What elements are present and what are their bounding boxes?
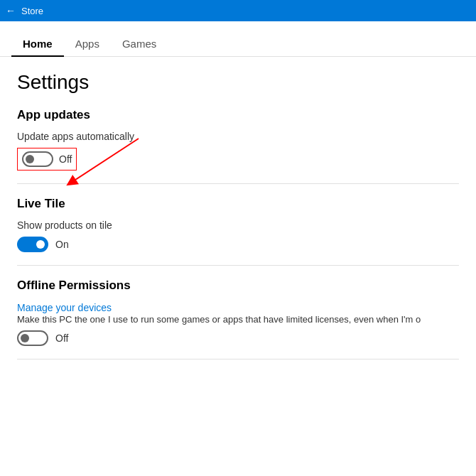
live-tile-toggle[interactable] bbox=[17, 237, 48, 252]
main-content: Settings App updates Update apps automat… bbox=[0, 57, 476, 386]
tab-games[interactable]: Games bbox=[111, 32, 168, 57]
app-updates-toggle-track bbox=[22, 151, 53, 167]
manage-devices-link[interactable]: Manage your devices bbox=[17, 302, 112, 313]
app-updates-toggle[interactable] bbox=[22, 151, 53, 167]
offline-permissions-description: Make this PC the one I use to run some g… bbox=[17, 314, 459, 325]
live-tile-toggle-label: On bbox=[55, 239, 69, 250]
title-bar: ← Store bbox=[0, 0, 476, 21]
section-live-tile: Live Tile Show products on tile On bbox=[17, 197, 459, 252]
offline-permissions-toggle-row: Off bbox=[17, 330, 459, 346]
offline-permissions-toggle-track bbox=[17, 330, 48, 346]
live-tile-toggle-thumb bbox=[36, 240, 45, 249]
nav-tabs: Home Apps Games bbox=[0, 21, 476, 57]
offline-permissions-toggle-label: Off bbox=[55, 332, 68, 344]
back-icon: ← bbox=[6, 5, 16, 16]
divider-2 bbox=[17, 265, 459, 266]
tab-home[interactable]: Home bbox=[11, 32, 64, 57]
back-button[interactable]: ← bbox=[6, 5, 16, 16]
live-tile-toggle-row: On bbox=[17, 237, 459, 252]
app-updates-toggle-thumb bbox=[26, 155, 34, 163]
divider-3 bbox=[17, 359, 459, 359]
app-updates-title: App updates bbox=[17, 108, 459, 122]
tab-apps[interactable]: Apps bbox=[64, 32, 111, 57]
live-tile-label: Show products on tile bbox=[17, 220, 459, 231]
section-offline-permissions: Offline Permissions Manage your devices … bbox=[17, 278, 459, 346]
offline-permissions-toggle-thumb bbox=[21, 334, 29, 342]
live-tile-title: Live Tile bbox=[17, 197, 459, 211]
app-updates-toggle-box[interactable]: Off bbox=[17, 148, 77, 171]
page-title: Settings bbox=[17, 71, 459, 94]
section-app-updates: App updates Update apps automatically Of… bbox=[17, 108, 459, 171]
live-tile-toggle-track bbox=[17, 237, 48, 252]
offline-permissions-title: Offline Permissions bbox=[17, 278, 459, 293]
app-updates-label: Update apps automatically bbox=[17, 131, 459, 142]
app-updates-toggle-label: Off bbox=[59, 153, 72, 165]
title-bar-title: Store bbox=[21, 6, 43, 16]
offline-permissions-toggle[interactable] bbox=[17, 330, 48, 346]
divider-1 bbox=[17, 183, 459, 184]
